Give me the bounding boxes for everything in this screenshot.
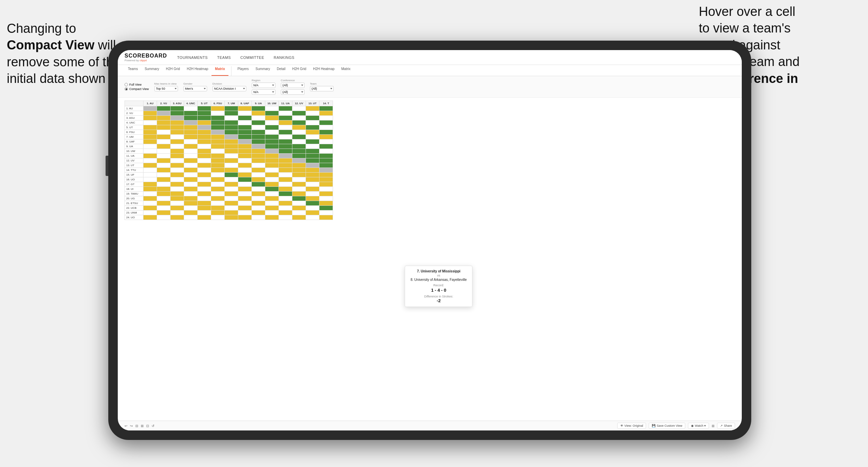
matrix-cell[interactable] [252,182,265,187]
matrix-cell[interactable] [238,210,252,215]
matrix-cell[interactable] [143,120,157,125]
matrix-cell[interactable] [292,106,306,111]
matrix-cell[interactable] [279,168,292,173]
matrix-cell[interactable] [143,116,157,120]
matrix-cell[interactable] [184,154,198,158]
view-option-compact[interactable]: Compact View [125,87,149,91]
matrix-cell[interactable] [211,192,225,196]
matrix-cell[interactable] [292,158,306,163]
matrix-cell[interactable] [198,182,211,187]
zoom-out-icon[interactable]: ⊟ [135,424,138,428]
matrix-cell[interactable] [198,116,211,120]
matrix-cell[interactable] [238,206,252,210]
matrix-cell[interactable] [211,163,225,168]
matrix-cell[interactable] [292,206,306,210]
matrix-cell[interactable] [279,125,292,130]
matrix-cell[interactable] [198,154,211,158]
matrix-cell[interactable] [184,111,198,116]
matrix-cell[interactable] [171,173,184,177]
matrix-cell[interactable] [198,158,211,163]
matrix-cell[interactable] [306,196,319,201]
matrix-cell[interactable] [238,173,252,177]
matrix-cell[interactable] [198,192,211,196]
matrix-cell[interactable] [143,206,157,210]
sub-tab-teams[interactable]: Teams [125,65,141,76]
matrix-cell[interactable] [198,130,211,135]
matrix-cell[interactable] [319,163,333,168]
matrix-cell[interactable] [225,187,238,192]
matrix-cell[interactable] [292,173,306,177]
matrix-cell[interactable] [171,192,184,196]
matrix-cell[interactable] [279,154,292,158]
matrix-cell[interactable] [157,187,171,192]
matrix-cell[interactable] [157,144,171,149]
matrix-cell[interactable] [279,106,292,111]
matrix-cell[interactable] [319,196,333,201]
matrix-cell[interactable] [211,182,225,187]
matrix-cell[interactable] [157,130,171,135]
matrix-cell[interactable] [279,173,292,177]
matrix-cell[interactable] [143,177,157,182]
matrix-cell[interactable] [292,201,306,206]
matrix-cell[interactable] [184,210,198,215]
matrix-cell[interactable] [184,139,198,144]
matrix-cell[interactable] [211,154,225,158]
matrix-cell[interactable] [211,116,225,120]
matrix-cell[interactable] [252,177,265,182]
matrix-cell[interactable] [319,215,333,220]
matrix-cell[interactable] [143,163,157,168]
matrix-cell[interactable] [143,173,157,177]
matrix-cell[interactable] [252,206,265,210]
filter-division-select[interactable]: NCAA Division I NCAA Division II [213,86,246,91]
matrix-cell[interactable] [292,135,306,139]
matrix-cell[interactable] [225,173,238,177]
matrix-cell[interactable] [143,111,157,116]
matrix-cell[interactable] [171,116,184,120]
matrix-cell[interactable] [157,125,171,130]
matrix-cell[interactable] [252,130,265,135]
matrix-cell[interactable] [184,192,198,196]
matrix-cell[interactable] [319,210,333,215]
matrix-cell[interactable] [157,149,171,154]
matrix-cell[interactable] [319,135,333,139]
matrix-cell[interactable] [252,158,265,163]
radio-full[interactable] [125,83,128,86]
matrix-cell[interactable] [198,173,211,177]
matrix-cell[interactable] [143,139,157,144]
matrix-cell[interactable] [184,182,198,187]
matrix-cell[interactable] [198,149,211,154]
matrix-cell[interactable] [171,187,184,192]
nav-tournaments[interactable]: TOURNAMENTS [177,55,208,60]
matrix-cell[interactable] [306,201,319,206]
reset-icon[interactable]: ↺ [152,424,154,428]
matrix-cell[interactable] [157,201,171,206]
matrix-cell[interactable] [319,201,333,206]
matrix-cell[interactable] [225,206,238,210]
matrix-cell[interactable] [279,187,292,192]
matrix-cell[interactable] [306,187,319,192]
matrix-cell[interactable] [279,116,292,120]
matrix-cell[interactable] [306,192,319,196]
matrix-cell[interactable] [238,144,252,149]
matrix-cell[interactable] [238,201,252,206]
matrix-cell[interactable] [157,215,171,220]
matrix-cell[interactable] [143,201,157,206]
matrix-cell[interactable] [252,120,265,125]
matrix-cell[interactable] [143,196,157,201]
matrix-cell[interactable] [211,187,225,192]
matrix-cell[interactable] [157,168,171,173]
matrix-cell[interactable] [143,106,157,111]
matrix-cell[interactable] [198,139,211,144]
matrix-cell[interactable] [279,149,292,154]
matrix-cell[interactable] [171,135,184,139]
matrix-cell[interactable] [198,135,211,139]
matrix-cell[interactable] [157,135,171,139]
sub-tab-h2hheatmap2[interactable]: H2H Heatmap [310,65,338,76]
matrix-cell[interactable] [265,182,279,187]
matrix-cell[interactable] [157,154,171,158]
matrix-cell[interactable] [265,154,279,158]
matrix-cell[interactable] [252,144,265,149]
matrix-cell[interactable] [238,192,252,196]
matrix-area[interactable]: 1. AU 2. VU 3. ASU 4. UNC 5. UT 6. FSU 7… [118,98,742,421]
matrix-cell[interactable] [306,163,319,168]
